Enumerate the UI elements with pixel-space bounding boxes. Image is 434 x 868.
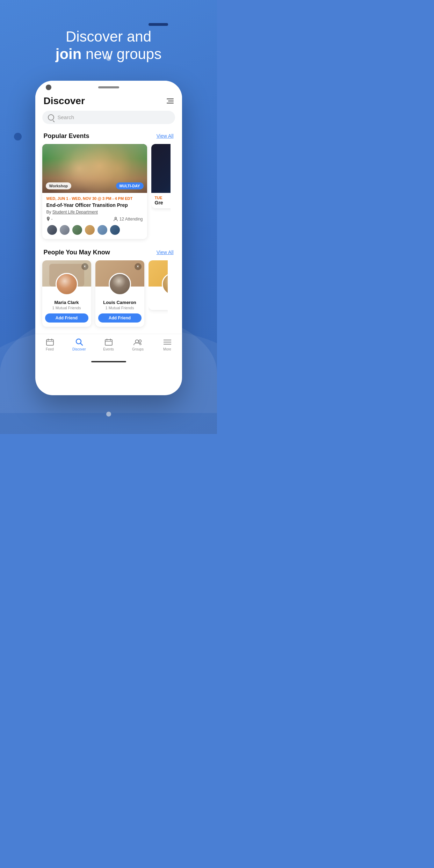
avatar-5 (97, 224, 108, 236)
person-name-maria: Maria Clark (45, 300, 88, 305)
person-close-louis[interactable]: × (135, 263, 142, 270)
event-card-partial: TUE Gre (151, 144, 171, 239)
nav-item-more[interactable]: More (153, 338, 182, 351)
nav-label-feed: Feed (46, 347, 54, 351)
phone-top-bar (35, 81, 182, 92)
attendee-avatars (46, 224, 143, 236)
avatar-4 (84, 224, 95, 236)
person-avatar-wrap-louis (109, 273, 131, 295)
svg-rect-1 (46, 340, 53, 345)
phone-speaker (98, 86, 119, 88)
event-image-1: Workshop MULTI-DAY (42, 144, 147, 193)
calendar-icon (46, 339, 54, 346)
pin-icon (46, 217, 50, 221)
nav-icon-groups (133, 338, 143, 346)
search-icon (48, 114, 54, 121)
nav-label-events: Events (103, 347, 114, 351)
people-scroll: × Maria Clark 1 Mutual Friends Add Frien… (35, 260, 182, 334)
nav-item-events[interactable]: Events (94, 338, 123, 351)
people-title: People You May Know (44, 249, 110, 256)
avatar-2 (59, 224, 70, 236)
event-date-2: TUE (155, 196, 171, 200)
events-icon (105, 339, 113, 346)
search-placeholder: Search (58, 114, 74, 120)
top-indicator-bar (149, 23, 168, 26)
svg-point-0 (115, 217, 116, 219)
event-meta-1: - 12 Attending (46, 217, 143, 222)
event-image-2 (151, 144, 171, 193)
nav-icon-feed (45, 338, 55, 346)
left-dot-mid (14, 133, 22, 140)
groups-icon (133, 339, 143, 345)
svg-line-6 (80, 343, 82, 345)
popular-events-title: Popular Events (44, 132, 89, 140)
person-card-3-inner: Jo (149, 260, 168, 310)
phone-mockup: Discover Search Popular Events View All (35, 81, 182, 395)
filter-line-3 (167, 103, 174, 103)
person-avatar-3 (162, 273, 168, 295)
nav-icon-more (163, 338, 172, 346)
nav-item-discover[interactable]: Discover (65, 338, 94, 351)
search-active-icon (75, 338, 83, 346)
person-card-maria[interactable]: × Maria Clark 1 Mutual Friends Add Frien… (42, 260, 91, 327)
more-icon (164, 339, 171, 345)
nav-item-feed[interactable]: Feed (35, 338, 65, 351)
event-organizer-1: By Student Life Department (46, 210, 143, 215)
event-card-2-inner: TUE Gre (151, 144, 171, 208)
nav-icon-events (104, 338, 113, 346)
headline-bold: join (56, 46, 82, 62)
headline-line2: new groups (86, 46, 161, 62)
app-header: Discover (35, 92, 182, 111)
event-card-1[interactable]: Workshop MULTI-DAY WED, JUN 1 - WED, NOV… (42, 144, 147, 239)
background: Discover and join new groups Discover (0, 0, 217, 434)
event-date-1: WED, JUN 1 - WED, NOV 30 @ 3 PM - 4 PM E… (46, 196, 143, 201)
event-attending-1: 12 Attending (113, 217, 143, 222)
event-name-2: Gre (155, 200, 171, 205)
badge-workshop: Workshop (46, 182, 72, 189)
person-name-3: Jo (151, 300, 168, 305)
app-content: Discover Search Popular Events View All (35, 92, 182, 365)
home-bar (91, 361, 126, 362)
headline-line1: Discover and (66, 28, 151, 45)
person-card-louis[interactable]: × Louis Cameron 1 Mutual Friends Add Fri… (95, 260, 144, 327)
nav-icon-discover (75, 338, 84, 346)
add-friend-maria[interactable]: Add Friend (45, 313, 88, 323)
attending-icon (113, 217, 118, 222)
badge-multiday: MULTI-DAY (116, 182, 144, 189)
filter-button[interactable] (167, 99, 174, 103)
nav-label-discover: Discover (72, 347, 86, 351)
svg-point-12 (139, 340, 141, 342)
event-info-1: WED, JUN 1 - WED, NOV 30 @ 3 PM - 4 PM E… (42, 193, 147, 239)
person-avatar-louis (109, 273, 131, 295)
person-avatar-wrap-maria (56, 273, 78, 295)
avatar-6 (109, 224, 121, 236)
filter-line-2 (168, 101, 174, 101)
search-bar[interactable]: Search (42, 111, 175, 124)
nav-item-groups[interactable]: Groups (123, 338, 153, 351)
nav-label-more: More (163, 347, 171, 351)
home-indicator (35, 358, 182, 365)
center-dot-top (106, 56, 111, 61)
person-avatar-maria (56, 273, 78, 295)
svg-rect-7 (105, 340, 112, 345)
headline-section: Discover and join new groups (0, 0, 217, 74)
person-card-partial: Jo (149, 260, 168, 327)
person-name-louis: Louis Cameron (98, 300, 142, 305)
app-title: Discover (44, 95, 85, 107)
avatar-3 (72, 224, 83, 236)
person-close-maria[interactable]: × (81, 263, 88, 270)
event-location-1: - (46, 217, 53, 222)
people-view-all[interactable]: View All (157, 249, 174, 255)
person-mutual-louis: 1 Mutual Friends (98, 306, 142, 310)
popular-events-view-all[interactable]: View All (157, 133, 174, 139)
events-scroll: Workshop MULTI-DAY WED, JUN 1 - WED, NOV… (35, 144, 182, 246)
person-avatar-wrap-3 (162, 273, 168, 295)
bottom-nav: Feed Discover (35, 334, 182, 358)
add-friend-louis[interactable]: Add Friend (98, 313, 142, 323)
phone-camera (46, 85, 51, 90)
filter-line-1 (167, 99, 174, 99)
nav-label-groups: Groups (132, 347, 144, 351)
people-header: People You May Know View All (35, 246, 182, 260)
event-name-1: End-of-Year Officer Transition Prep (46, 202, 143, 208)
event-info-2: TUE Gre (151, 193, 171, 208)
